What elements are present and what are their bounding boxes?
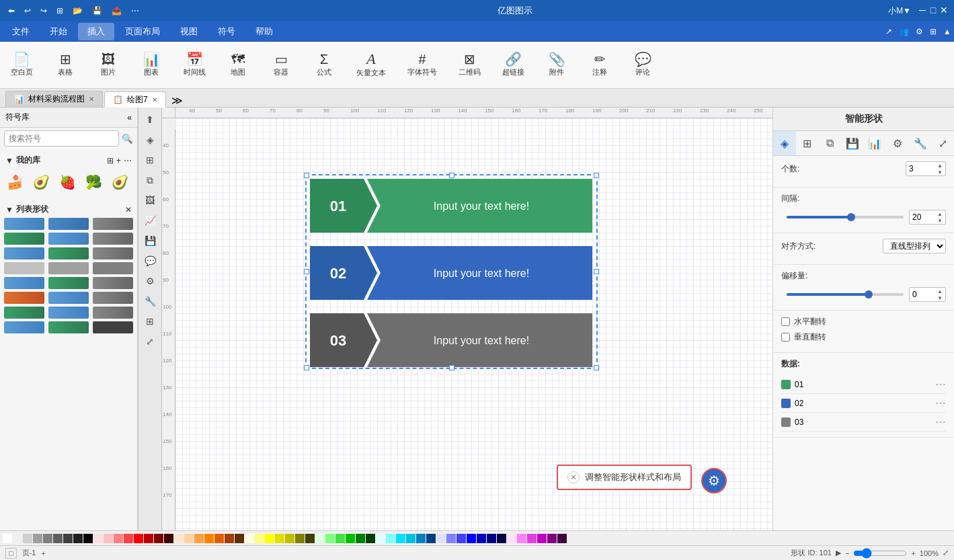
v-icon-chart[interactable]: 📈	[141, 211, 159, 230]
settings-btn[interactable]: ⚙	[916, 27, 923, 36]
save-btn[interactable]: 💾	[89, 5, 105, 17]
data-more-03[interactable]: ⋯	[935, 415, 946, 428]
gap-slider-thumb[interactable]	[847, 213, 855, 221]
maximize-btn[interactable]: □	[928, 5, 938, 15]
search-input[interactable]	[4, 130, 119, 147]
ribbon-formula[interactable]: Σ 公式	[308, 50, 340, 80]
offset-slider-container[interactable]	[787, 293, 904, 296]
menu-insert[interactable]: 插入	[78, 23, 114, 40]
shape-02[interactable]: 02 Input your text here!	[310, 246, 592, 300]
panel-icon-shape[interactable]: ◈	[773, 131, 796, 155]
zoom-in-btn[interactable]: +	[911, 549, 915, 557]
library-item-1[interactable]: 🥑	[30, 171, 52, 193]
ribbon-qrcode[interactable]: ⊠ 二维码	[453, 50, 486, 80]
color-swatch[interactable]	[416, 534, 426, 543]
color-swatch[interactable]	[517, 534, 526, 543]
color-swatch[interactable]	[93, 534, 103, 543]
gap-slider-container[interactable]	[787, 216, 904, 218]
align-select[interactable]: 直线型排列	[883, 239, 946, 253]
color-swatch[interactable]	[194, 534, 204, 543]
color-swatch[interactable]	[265, 534, 274, 543]
collab-btn[interactable]: 👥	[899, 27, 909, 36]
color-swatch[interactable]	[285, 534, 294, 543]
shape-03[interactable]: 03 Input your text here!	[310, 313, 592, 367]
color-swatch[interactable]	[225, 534, 234, 543]
shape-preview-8[interactable]	[93, 247, 133, 259]
shape-preview-12[interactable]	[4, 277, 44, 289]
shape-preview-6[interactable]	[4, 247, 44, 259]
shape-preview-11[interactable]	[93, 262, 133, 274]
color-swatch[interactable]	[184, 534, 194, 543]
color-swatch[interactable]	[214, 534, 224, 543]
open-btn[interactable]: 📂	[70, 5, 85, 17]
collapse-btn[interactable]: ▲	[943, 27, 951, 36]
color-swatch[interactable]	[53, 534, 63, 543]
tab-0-close[interactable]: ✕	[89, 95, 94, 103]
color-swatch[interactable]	[366, 534, 375, 543]
ribbon-vector-text[interactable]: A 矢量文本	[351, 49, 391, 81]
offset-up[interactable]: ▲	[937, 288, 943, 294]
shape-preview-18[interactable]	[4, 307, 44, 319]
undo-btn[interactable]: ↩	[22, 5, 34, 17]
panel-icon-settings[interactable]: ⚙	[886, 131, 909, 155]
minimize-btn[interactable]: ─	[918, 5, 927, 15]
sidebar-collapse-btn[interactable]: «	[127, 113, 132, 122]
v-icon-shape[interactable]: ◈	[141, 130, 159, 149]
library-item-3[interactable]: 🥦	[83, 171, 105, 193]
new-tab-btn[interactable]: ⊞	[54, 5, 66, 17]
action-btn[interactable]: ⚙	[701, 468, 727, 493]
color-swatch[interactable]	[23, 534, 32, 543]
shape-preview-22[interactable]	[48, 321, 89, 333]
ribbon-annotation[interactable]: ✏ 注释	[584, 50, 616, 80]
color-swatch[interactable]	[537, 534, 547, 543]
color-swatch[interactable]	[325, 534, 335, 543]
handle-ml[interactable]	[304, 269, 309, 274]
shape-preview-14[interactable]	[93, 277, 133, 289]
tab-1-close[interactable]: ✕	[152, 96, 157, 104]
export-btn[interactable]: 📤	[109, 5, 124, 17]
more-btn[interactable]: ⋯	[128, 5, 142, 17]
color-swatch[interactable]	[477, 534, 486, 543]
handle-tc[interactable]	[449, 173, 454, 178]
zoom-slider[interactable]	[853, 548, 907, 559]
color-swatch[interactable]	[396, 534, 405, 543]
color-swatch[interactable]	[33, 534, 42, 543]
color-swatch[interactable]	[174, 534, 184, 543]
shape-preview-7[interactable]	[48, 247, 89, 259]
ribbon-attachment[interactable]: 📎 附件	[541, 50, 573, 80]
shape-01[interactable]: 01 Input your text here!	[310, 179, 592, 233]
fit-btn[interactable]: ⤢	[943, 549, 949, 557]
color-swatch[interactable]	[406, 534, 415, 543]
v-icon-cursor[interactable]: ⬆	[141, 110, 159, 129]
handle-bl[interactable]	[304, 365, 309, 370]
color-swatch[interactable]	[507, 534, 516, 543]
color-swatch[interactable]	[557, 534, 567, 543]
popup-close-btn[interactable]: ✕	[567, 471, 580, 483]
shape-preview-13[interactable]	[48, 277, 89, 289]
more-library-icon[interactable]: ⋯	[124, 156, 132, 165]
menu-symbol[interactable]: 符号	[208, 23, 245, 40]
v-icon-arrows[interactable]: ⤢	[141, 332, 159, 351]
color-swatch[interactable]	[346, 534, 355, 543]
color-swatch[interactable]	[356, 534, 365, 543]
zoom-out-btn[interactable]: −	[845, 549, 849, 557]
ribbon-timeline[interactable]: 📅 时间线	[178, 50, 211, 80]
library-item-2[interactable]: 🍓	[56, 171, 78, 193]
grid-view-icon[interactable]: ⊞	[107, 156, 114, 165]
flip-v-checkbox[interactable]	[781, 333, 790, 342]
shape-preview-20[interactable]	[93, 307, 133, 319]
shape-preview-0[interactable]	[4, 218, 44, 230]
menu-file[interactable]: 文件	[3, 23, 39, 40]
menu-view[interactable]: 视图	[171, 23, 207, 40]
shape-preview-4[interactable]	[48, 233, 89, 245]
color-swatch[interactable]	[295, 534, 305, 543]
panel-icon-save[interactable]: 💾	[841, 131, 864, 155]
color-swatch[interactable]	[446, 534, 456, 543]
color-swatch[interactable]	[245, 534, 254, 543]
handle-br[interactable]	[594, 365, 599, 370]
shape-preview-19[interactable]	[48, 307, 89, 319]
search-btn[interactable]: 🔍	[122, 134, 133, 144]
count-up[interactable]: ▲	[937, 163, 943, 169]
add-page-btn[interactable]: +	[41, 549, 45, 557]
color-swatch[interactable]	[547, 534, 557, 543]
